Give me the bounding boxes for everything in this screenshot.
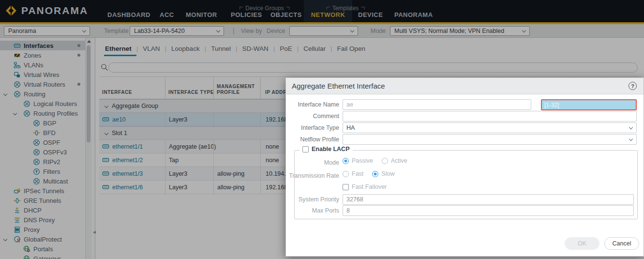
mode-active-label: Active: [391, 157, 407, 164]
panorama-app: PANORAMA DASHBOARDACCMONITORPOLICIESOBJE…: [0, 0, 644, 259]
interface-type-select[interactable]: HA: [343, 122, 637, 133]
system-priority-input[interactable]: [343, 194, 634, 205]
chevron-down-icon: [629, 125, 633, 129]
netflow-profile-label: Netflow Profile: [286, 136, 339, 143]
interface-number-input[interactable]: [1-32]: [541, 99, 637, 110]
interface-type-value: HA: [346, 124, 355, 131]
enable-lacp-checkbox[interactable]: [302, 146, 309, 152]
aggregate-ethernet-interface-dialog: Aggregate Ethernet Interface ? Interface…: [285, 77, 644, 257]
fast-failover-checkbox[interactable]: [343, 184, 349, 190]
ok-button[interactable]: OK: [565, 237, 599, 250]
fast-failover-label: Fast Failover: [352, 183, 387, 190]
mode-passive-radio[interactable]: [343, 158, 349, 164]
enable-lacp-legend: Enable LACP: [300, 146, 353, 152]
comment-label: Comment: [286, 113, 339, 120]
comment-input[interactable]: [343, 111, 637, 122]
mode-active-radio[interactable]: [382, 158, 388, 164]
transmission-rate-fast-radio[interactable]: [343, 171, 349, 177]
transmission-rate-fast-label: Fast: [352, 170, 363, 177]
transmission-rate-slow-label: Slow: [381, 170, 394, 177]
mode-options: PassiveActive: [343, 157, 416, 164]
dialog-title: Aggregate Ethernet Interface: [292, 82, 385, 90]
system-priority-label: System Priority: [286, 196, 339, 203]
transmission-rate-slow-radio[interactable]: [372, 171, 378, 177]
dialog-header: Aggregate Ethernet Interface: [286, 78, 644, 94]
netflow-profile-select[interactable]: [343, 134, 637, 145]
range-hint-text: [1-32]: [544, 102, 559, 108]
mode-passive-label: Passive: [352, 157, 373, 164]
interface-name-input[interactable]: [343, 99, 531, 110]
fast-failover-row: Fast Failover: [343, 183, 395, 190]
cancel-button[interactable]: Cancel: [604, 237, 639, 250]
help-icon[interactable]: ?: [629, 82, 637, 90]
enable-lacp-label: Enable LACP: [312, 146, 350, 152]
chevron-down-icon: [629, 137, 633, 140]
interface-name-label: Interface Name: [286, 101, 339, 108]
interface-type-label: Interface Type: [286, 124, 339, 131]
transmission-rate-options: FastSlow: [343, 170, 403, 177]
max-ports-label: Max Ports: [286, 207, 339, 214]
transmission-rate-label: Transmission Rate: [286, 172, 339, 179]
max-ports-input[interactable]: [343, 205, 634, 216]
mode-label: Mode: [286, 159, 339, 166]
